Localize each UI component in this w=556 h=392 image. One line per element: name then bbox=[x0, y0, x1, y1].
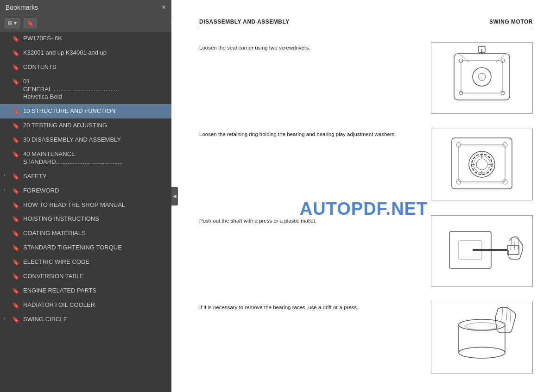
swing-motor-illustration-1 bbox=[436, 44, 528, 112]
svg-line-39 bbox=[502, 308, 503, 320]
bookmark-label: HOISTING INSTRUCTIONS bbox=[23, 215, 167, 223]
bookmark-item-01-general[interactable]: 🔖01 GENERAL.............................… bbox=[0, 75, 171, 105]
svg-line-40 bbox=[506, 307, 507, 320]
pdf-page: DISASSEMBLY AND ASSEMBLY SWING MOTOR Loo… bbox=[171, 0, 556, 392]
bookmark-label: 20 TESTING AND ADJUSTING bbox=[23, 122, 167, 130]
bookmark-label: STANDARD TIGHTENING TORQUE bbox=[23, 244, 167, 252]
section2-text: Loosen the retaining ring holding the be… bbox=[199, 129, 422, 138]
svg-point-3 bbox=[478, 73, 486, 81]
bookmark-icon: 🔖 bbox=[12, 50, 19, 56]
bookmark-icon: 🔖 bbox=[12, 302, 19, 309]
bookmark-item-30-disassembly[interactable]: 🔖30 DISASSEMBLY AND ASSEMBLY bbox=[0, 133, 171, 147]
content-section-1: Loosen the seal carrier using two screwd… bbox=[199, 42, 533, 114]
content-section-2: Loosen the retaining ring holding the be… bbox=[199, 129, 533, 200]
svg-point-2 bbox=[473, 68, 491, 86]
bookmark-item-how-to-read[interactable]: 🔖HOW TO READ THE SHOP MANUAL bbox=[0, 198, 171, 212]
section1-image bbox=[431, 42, 533, 114]
svg-point-15 bbox=[474, 156, 490, 173]
bookmark-item-foreword[interactable]: ›🔖FOREWORD bbox=[0, 184, 171, 198]
bookmark-icon: 🔖 bbox=[12, 122, 19, 129]
bookmark-item-conversion[interactable]: 🔖CONVERSION TABLE bbox=[0, 269, 171, 284]
bookmark-item-engine-parts[interactable]: 🔖ENGINE RELATED PARTS bbox=[0, 284, 171, 298]
bookmark-icon: 🔖 bbox=[12, 230, 19, 237]
bookmark-icon: 🔖 bbox=[12, 202, 19, 209]
svg-point-34 bbox=[459, 319, 505, 330]
sidebar-title: Bookmarks bbox=[6, 4, 38, 11]
bookmark-item-hoisting[interactable]: 🔖HOISTING INSTRUCTIONS bbox=[0, 212, 171, 226]
bookmark-item-10-structure[interactable]: 🔖10 STRUCTURE AND FUNCTION bbox=[0, 104, 171, 118]
bookmark-label: 10 STRUCTURE AND FUNCTION bbox=[23, 107, 167, 115]
svg-rect-1 bbox=[461, 61, 503, 93]
bookmark-icon: 🔖 bbox=[12, 316, 19, 323]
bookmark-icon: 🔖 bbox=[12, 187, 19, 194]
bookmark-item-pw170es[interactable]: 🔖PW170ES- 6K bbox=[0, 31, 171, 46]
section1-text: Loosen the seal carrier using two screwd… bbox=[199, 42, 422, 52]
page-header-left: DISASSEMBLY AND ASSEMBLY bbox=[199, 19, 290, 25]
bookmark-label: FOREWORD bbox=[23, 187, 167, 195]
section4-image bbox=[431, 302, 533, 373]
page-header: DISASSEMBLY AND ASSEMBLY SWING MOTOR bbox=[199, 19, 533, 28]
bookmark-icon: 🔖 bbox=[12, 273, 19, 280]
svg-point-38 bbox=[466, 323, 498, 330]
swing-motor-illustration-4 bbox=[436, 304, 528, 371]
bookmark-label: 01 GENERAL..............................… bbox=[23, 78, 167, 101]
bookmark-item-k32001[interactable]: 🔖K32001 and up K34001 and up bbox=[0, 46, 171, 60]
swing-motor-illustration-2 bbox=[436, 131, 528, 198]
content-section-3: Push out the shaft with a press or a pla… bbox=[199, 215, 533, 287]
close-button[interactable]: × bbox=[162, 4, 166, 11]
bookmark-label: SWING CIRCLE bbox=[23, 316, 167, 324]
svg-point-16 bbox=[476, 159, 487, 170]
bookmark-label: K32001 and up K34001 and up bbox=[23, 49, 167, 57]
bookmark-item-electric-wire[interactable]: 🔖ELECTRIC WIRE CODE bbox=[0, 255, 171, 269]
expand-arrow-icon: › bbox=[4, 187, 9, 192]
bookmark-icon: 🔖 bbox=[27, 20, 34, 26]
bookmark-icon: 🔖 bbox=[12, 151, 19, 158]
page-header-right: SWING MOTOR bbox=[489, 19, 533, 25]
bookmark-icon: 🔖 bbox=[12, 287, 19, 294]
grid-view-button[interactable]: ⊞ ▾ bbox=[5, 18, 20, 28]
section3-text: Push out the shaft with a press or a pla… bbox=[199, 215, 422, 225]
swing-motor-illustration-3 bbox=[436, 218, 528, 285]
content-section-4: If it is necessary to remove the bearing… bbox=[199, 302, 533, 373]
bookmark-item-contents[interactable]: 🔖CONTENTS bbox=[0, 60, 171, 75]
dropdown-arrow-icon: ▾ bbox=[14, 20, 17, 26]
section2-image bbox=[431, 129, 533, 200]
bookmark-label: ENGINE RELATED PARTS bbox=[23, 287, 167, 295]
svg-point-37 bbox=[459, 347, 505, 358]
sidebar-header: Bookmarks × bbox=[0, 0, 171, 15]
expand-arrow-icon: › bbox=[4, 173, 9, 178]
bookmark-item-40-maintenance[interactable]: 🔖40 MAINTENANCE STANDARD................… bbox=[0, 147, 171, 169]
bookmark-icon: 🔖 bbox=[12, 64, 19, 71]
bookmark-label: ELECTRIC WIRE CODE bbox=[23, 258, 167, 266]
bookmark-label: CONVERSION TABLE bbox=[23, 273, 167, 280]
svg-line-31 bbox=[514, 236, 515, 250]
bookmark-label: COATING MATERIALS bbox=[23, 230, 167, 237]
bookmark-label: 30 DISASSEMBLY AND ASSEMBLY bbox=[23, 136, 167, 144]
bookmark-item-std-torque[interactable]: 🔖STANDARD TIGHTENING TORQUE bbox=[0, 241, 171, 255]
bookmark-label: RADIATOR ł OIL COOLER bbox=[23, 301, 167, 309]
sidebar-collapse-button[interactable]: ◀ bbox=[171, 187, 178, 205]
bookmark-action-button[interactable]: 🔖 bbox=[24, 18, 37, 28]
bookmark-item-coating[interactable]: 🔖COATING MATERIALS bbox=[0, 226, 171, 241]
bookmark-item-20-testing[interactable]: 🔖20 TESTING AND ADJUSTING bbox=[0, 118, 171, 133]
bookmark-item-swing-circle[interactable]: ›🔖SWING CIRCLE bbox=[0, 312, 171, 327]
bookmark-label: PW170ES- 6K bbox=[23, 35, 167, 43]
svg-line-41 bbox=[510, 310, 511, 322]
expand-arrow-icon: › bbox=[4, 316, 9, 321]
bookmarks-sidebar: Bookmarks × ⊞ ▾ 🔖 🔖PW170ES- 6K🔖K32001 an… bbox=[0, 0, 171, 392]
bookmark-label: HOW TO READ THE SHOP MANUAL bbox=[23, 201, 167, 209]
section4-text: If it is necessary to remove the bearing… bbox=[199, 302, 422, 311]
bookmark-icon: 🔖 bbox=[12, 216, 19, 223]
section3-image bbox=[431, 215, 533, 287]
page-number: 30-26 bbox=[199, 388, 533, 392]
bookmark-icon: 🔖 bbox=[12, 78, 19, 85]
bookmark-icon: 🔖 bbox=[12, 108, 19, 115]
bookmark-label: CONTENTS bbox=[23, 63, 167, 71]
bookmark-item-radiator[interactable]: 🔖RADIATOR ł OIL COOLER bbox=[0, 298, 171, 312]
bookmark-list: 🔖PW170ES- 6K🔖K32001 and up K34001 and up… bbox=[0, 31, 171, 392]
bookmark-item-safety[interactable]: ›🔖SAFETY bbox=[0, 169, 171, 184]
sidebar-toolbar: ⊞ ▾ 🔖 bbox=[0, 15, 171, 31]
bookmark-label: SAFETY bbox=[23, 173, 167, 180]
bookmark-icon: 🔖 bbox=[12, 244, 19, 251]
bookmark-icon: 🔖 bbox=[12, 259, 19, 266]
